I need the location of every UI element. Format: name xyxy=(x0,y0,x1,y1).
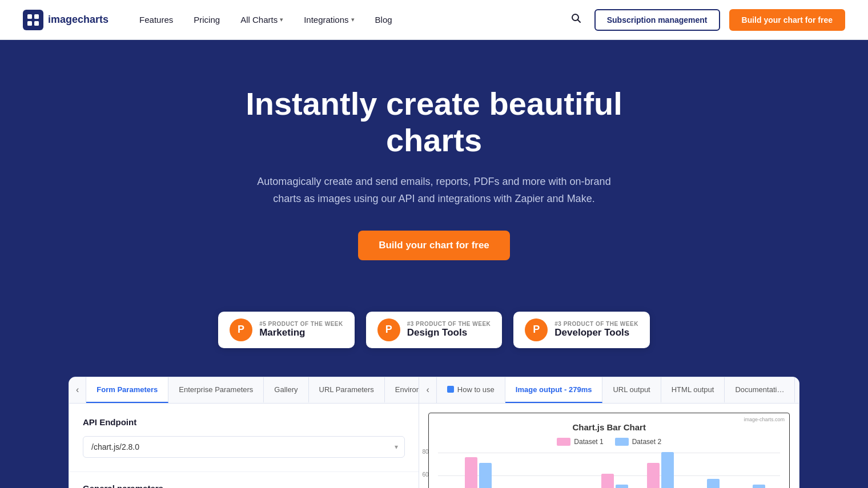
hero-subtext: Automagically create and send emails, re… xyxy=(251,173,617,208)
tab-how-to-use[interactable]: How to use xyxy=(437,377,505,403)
nav-integrations[interactable]: Integrations ▾ xyxy=(296,10,362,29)
logo-icon xyxy=(23,10,43,30)
legend-dataset2: Dataset 2 xyxy=(615,438,661,446)
tab-environment[interactable]: Environme… xyxy=(385,377,419,403)
chevron-down-icon: ▾ xyxy=(351,16,355,23)
badge-developer-text: #3 PRODUCT OF THE WEEK Developer Tools xyxy=(554,321,638,338)
left-tab-bar: ‹ Form Parameters Enterprise Parameters … xyxy=(69,377,419,404)
right-tab-next[interactable]: › xyxy=(795,377,799,403)
bar-blue-7 xyxy=(753,485,765,488)
legend-swatch-blue xyxy=(615,438,629,446)
bar-blue-1 xyxy=(479,463,492,488)
tab-url-output[interactable]: URL output xyxy=(602,377,661,403)
badges-section: P #5 PRODUCT OF THE WEEK Marketing P #3 … xyxy=(0,295,868,377)
bar-group-4 xyxy=(601,474,628,488)
tab-image-output[interactable]: Image output - 279ms xyxy=(505,377,603,403)
general-params-section: General parameters xyxy=(69,471,419,488)
badge-marketing-rank: #5 PRODUCT OF THE WEEK xyxy=(259,321,343,327)
producthunt-icon: P xyxy=(377,318,400,341)
logo-text: imagecharts xyxy=(48,14,108,26)
bar-group-6 xyxy=(693,479,720,488)
hero-cta-button[interactable]: Build your chart for free xyxy=(358,231,510,260)
nav-blog[interactable]: Blog xyxy=(367,10,400,29)
tab-documentation[interactable]: Documentati… xyxy=(725,377,795,403)
bar-group-1 xyxy=(465,457,492,488)
tab-gallery[interactable]: Gallery xyxy=(264,377,308,403)
chart-legend: Dataset 1 Dataset 2 xyxy=(438,438,780,446)
demo-container: ‹ Form Parameters Enterprise Parameters … xyxy=(69,377,799,488)
badge-design-text: #3 PRODUCT OF THE WEEK Design Tools xyxy=(407,321,491,338)
bar-group-7 xyxy=(738,485,765,488)
api-endpoint-select-wrap: /chart.js/2.8.0 ▾ xyxy=(83,436,405,458)
tab-html-output[interactable]: HTML output xyxy=(661,377,725,403)
chart-title: Chart.js Bar Chart xyxy=(438,422,780,432)
badge-design-rank: #3 PRODUCT OF THE WEEK xyxy=(407,321,491,327)
tab-url-parameters[interactable]: URL Parameters xyxy=(309,377,385,403)
navbar: imagecharts Features Pricing All Charts … xyxy=(0,0,868,40)
svg-line-5 xyxy=(577,20,580,23)
nav-features[interactable]: Features xyxy=(131,10,181,29)
tab-form-parameters[interactable]: Form Parameters xyxy=(86,377,168,403)
bar-blue-5 xyxy=(661,452,674,488)
chart-watermark: image-charts.com xyxy=(744,417,785,422)
svg-rect-2 xyxy=(27,21,32,26)
search-button[interactable] xyxy=(567,9,585,30)
bars-container xyxy=(455,453,774,488)
hero-section: Instantly create beautiful charts Automa… xyxy=(0,40,868,295)
badge-marketing: P #5 PRODUCT OF THE WEEK Marketing xyxy=(218,312,355,348)
demo-panels: ‹ Form Parameters Enterprise Parameters … xyxy=(69,377,799,488)
legend-dataset1: Dataset 1 xyxy=(557,438,603,446)
chart-preview-area: image-charts.com Chart.js Bar Chart Data… xyxy=(419,404,799,488)
right-tab-bar: ‹ How to use Image output - 279ms URL ou… xyxy=(419,377,799,404)
tab-enterprise-parameters[interactable]: Enterprise Parameters xyxy=(168,377,264,403)
demo-left-panel: ‹ Form Parameters Enterprise Parameters … xyxy=(69,377,419,488)
nav-pricing[interactable]: Pricing xyxy=(186,10,228,29)
bar-blue-6 xyxy=(707,479,720,488)
bar-pink-1 xyxy=(465,457,477,488)
left-tab-prev[interactable]: ‹ xyxy=(69,377,86,403)
svg-rect-1 xyxy=(34,14,39,19)
badge-developer-title: Developer Tools xyxy=(554,327,638,338)
demo-right-panel: ‹ How to use Image output - 279ms URL ou… xyxy=(419,377,799,488)
badge-marketing-title: Marketing xyxy=(259,327,343,338)
bar-group-5 xyxy=(647,452,674,488)
nav-cta-button[interactable]: Build your chart for free xyxy=(729,9,845,31)
svg-rect-0 xyxy=(27,14,32,19)
bar-pink-4 xyxy=(601,474,614,488)
blue-dot-icon xyxy=(447,386,454,393)
logo[interactable]: imagecharts xyxy=(23,10,108,30)
chart-body: 80 60 40 20 0 xyxy=(438,453,780,488)
chart-preview: image-charts.com Chart.js Bar Chart Data… xyxy=(428,413,790,488)
svg-rect-3 xyxy=(34,21,39,26)
badge-design-title: Design Tools xyxy=(407,327,491,338)
chevron-down-icon: ▾ xyxy=(280,16,283,23)
legend-swatch-pink xyxy=(557,438,570,446)
producthunt-icon: P xyxy=(230,318,252,341)
subscription-management-button[interactable]: Subscription management xyxy=(594,9,720,31)
nav-actions: Subscription management Build your chart… xyxy=(567,9,845,31)
nav-links: Features Pricing All Charts ▾ Integratio… xyxy=(131,10,567,29)
badge-developer-rank: #3 PRODUCT OF THE WEEK xyxy=(554,321,638,327)
api-endpoint-label: API Endpoint xyxy=(83,417,405,427)
form-area: API Endpoint /chart.js/2.8.0 ▾ xyxy=(69,404,419,471)
bar-blue-4 xyxy=(616,485,628,488)
nav-all-charts[interactable]: All Charts ▾ xyxy=(232,10,291,29)
hero-headline: Instantly create beautiful charts xyxy=(217,86,651,159)
producthunt-icon: P xyxy=(525,318,548,341)
right-tab-prev[interactable]: ‹ xyxy=(419,377,436,403)
badge-marketing-text: #5 PRODUCT OF THE WEEK Marketing xyxy=(259,321,343,338)
badge-developer: P #3 PRODUCT OF THE WEEK Developer Tools xyxy=(513,312,650,348)
badge-design: P #3 PRODUCT OF THE WEEK Design Tools xyxy=(366,312,503,348)
api-endpoint-select[interactable]: /chart.js/2.8.0 xyxy=(83,436,405,458)
general-params-label: General parameters xyxy=(83,483,405,488)
bar-pink-5 xyxy=(647,463,660,488)
